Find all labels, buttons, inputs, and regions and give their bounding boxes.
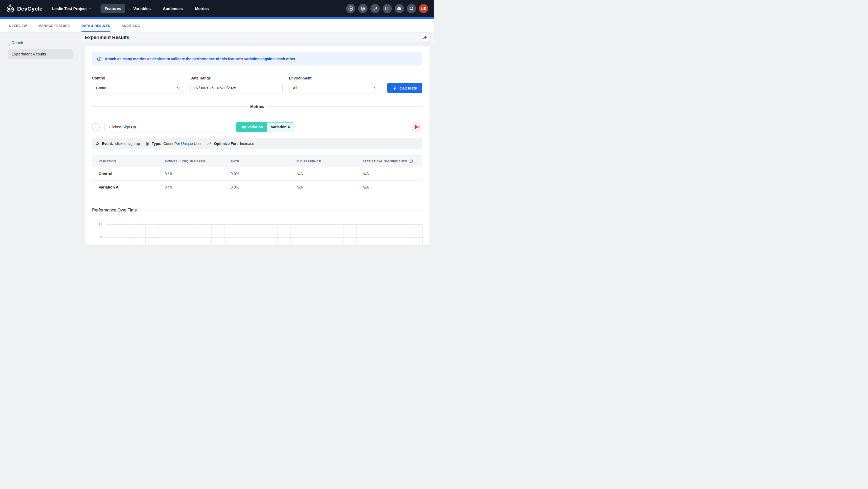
divider-line [141, 210, 423, 210]
sidebar-item-reach[interactable]: Reach [8, 38, 73, 48]
col-difference: % DIFFERENCE [290, 155, 356, 167]
main-nav: Features Variables Audiences Metrics [100, 4, 213, 13]
chart-ytick-label: 0.9 [99, 235, 103, 239]
scissors-icon [414, 124, 420, 130]
environment-label: Environment [289, 76, 381, 80]
user-avatar[interactable]: LE [419, 4, 428, 13]
type-label: Type: [152, 142, 161, 146]
page-header: Experiment Results [81, 32, 434, 42]
metric-optimize: Optimize For: Increase [207, 141, 254, 146]
metric-name-input[interactable] [104, 122, 231, 132]
chart-gridline-vertical [145, 224, 146, 244]
link-icon [423, 35, 428, 40]
chart-gridline-vertical [317, 224, 317, 244]
copy-link-button[interactable] [420, 32, 430, 42]
info-icon [97, 56, 102, 61]
add-button[interactable] [346, 4, 355, 13]
toggle-variation-a[interactable]: Variation A [267, 122, 294, 132]
control-label: Control [92, 76, 184, 80]
chart-gridline-horizontal [106, 237, 423, 238]
metrics-divider-label: Metrics [250, 104, 265, 109]
chevron-down-icon [373, 86, 377, 90]
type-value: Count Per Unique User [163, 142, 202, 146]
environment-select-value: All [293, 86, 297, 90]
content-shell: Reach Experiment Results Experiment Resu… [0, 32, 434, 244]
metric-index-badge: 1 [92, 123, 100, 131]
nav-item-variables[interactable]: Variables [129, 4, 155, 13]
chart-gridline-vertical [370, 224, 370, 244]
nav-item-metrics[interactable]: Metrics [191, 4, 213, 13]
table-header-row: VARIATION EVENTS / UNIQUE USERS RATE % D… [92, 155, 422, 167]
remove-metric-button[interactable] [411, 121, 423, 133]
togglebot-icon [6, 4, 15, 13]
chart-gridline-vertical [383, 224, 383, 244]
chart-gridline-vertical [304, 224, 304, 244]
chevron-down-icon [89, 7, 92, 10]
row-difference: N/A [290, 167, 356, 181]
nav-item-features[interactable]: Features [100, 4, 126, 13]
calculate-button[interactable]: Calculate [387, 83, 423, 93]
performance-title: Performance Over Time [92, 208, 137, 212]
date-range-value: 07/30/2025 - 07/30/2025 [194, 86, 236, 90]
discord-button[interactable] [395, 4, 404, 13]
trending-up-icon [207, 141, 212, 146]
date-range-label: Date Range [190, 76, 283, 80]
results-sidebar: Reach Experiment Results [0, 32, 81, 244]
chart-gridline-vertical [132, 224, 132, 244]
optimize-label: Optimize For: [214, 142, 238, 146]
chart-gridline-vertical [277, 224, 278, 244]
devcycle-logo[interactable]: DevCycle [6, 4, 42, 13]
date-range-input[interactable]: 07/30/2025 - 07/30/2025 [190, 83, 283, 93]
sidebar-item-experiment-results[interactable]: Experiment Results [8, 49, 73, 59]
chart-gridline-vertical [356, 224, 357, 244]
row-significance: N/A [356, 181, 422, 194]
book-icon [384, 6, 390, 11]
chart-gridline-vertical [264, 224, 265, 244]
chart-gridline-vertical [409, 224, 409, 244]
row-variation: Variation A [92, 181, 158, 194]
card-wrapper: Attach as many metrics as desired to val… [81, 42, 434, 244]
performance-chart: 1.00.9 [92, 224, 423, 244]
row-variation: Control [92, 167, 158, 181]
chevron-down-icon [177, 86, 180, 90]
nav-item-audiences[interactable]: Audiences [159, 4, 187, 13]
settings-button[interactable] [358, 4, 368, 13]
lightning-icon [393, 86, 397, 90]
event-value: clicked-sign-up [115, 142, 140, 146]
environment-select[interactable]: All [289, 83, 381, 93]
chart-gridline-vertical [211, 224, 212, 244]
chart-gridline-vertical [238, 224, 238, 244]
brand-name: DevCycle [17, 5, 42, 12]
tab-manage-feature[interactable]: MANAGE FEATURE [38, 19, 70, 32]
chart-gridline-horizontal [106, 224, 423, 225]
row-significance: N/A [356, 167, 422, 181]
top-navbar: DevCycle Leslie Test Project Features Va… [0, 0, 434, 17]
col-rate: RATE [224, 155, 290, 167]
main-panel: Experiment Results Attach as many metric… [81, 32, 434, 244]
calculate-label: Calculate [399, 86, 417, 90]
tab-data-results[interactable]: DATA & RESULTS [82, 19, 110, 32]
toggle-top-variation[interactable]: Top Variation [236, 122, 267, 132]
variation-results-table: VARIATION EVENTS / UNIQUE USERS RATE % D… [92, 155, 423, 194]
control-field: Control Control [92, 76, 184, 93]
col-variation: VARIATION [92, 155, 158, 167]
environment-field: Environment All [289, 76, 381, 93]
notifications-button[interactable] [407, 4, 416, 13]
chart-gridline-vertical [185, 224, 185, 244]
control-select[interactable]: Control [92, 83, 184, 93]
project-selector[interactable]: Leslie Test Project [52, 6, 92, 11]
info-icon[interactable] [409, 159, 413, 163]
discord-icon [397, 6, 402, 11]
row-rate: 0.0% [224, 167, 290, 181]
row-events: 0 / 0 [158, 181, 224, 194]
row-rate: 0.0% [224, 181, 290, 194]
tab-audit-log[interactable]: AUDIT LOG [122, 19, 140, 32]
tab-overview[interactable]: OVERVIEW [9, 19, 27, 32]
docs-button[interactable] [382, 4, 392, 13]
chart-plot [106, 224, 423, 244]
metric-type: Type: Count Per Unique User [145, 142, 202, 146]
api-keys-button[interactable] [370, 4, 380, 13]
chart-gridline-vertical [224, 224, 225, 244]
chart-ytick-label: 1.0 [99, 222, 103, 226]
metric-event: Event: clicked-sign-up [95, 141, 140, 146]
